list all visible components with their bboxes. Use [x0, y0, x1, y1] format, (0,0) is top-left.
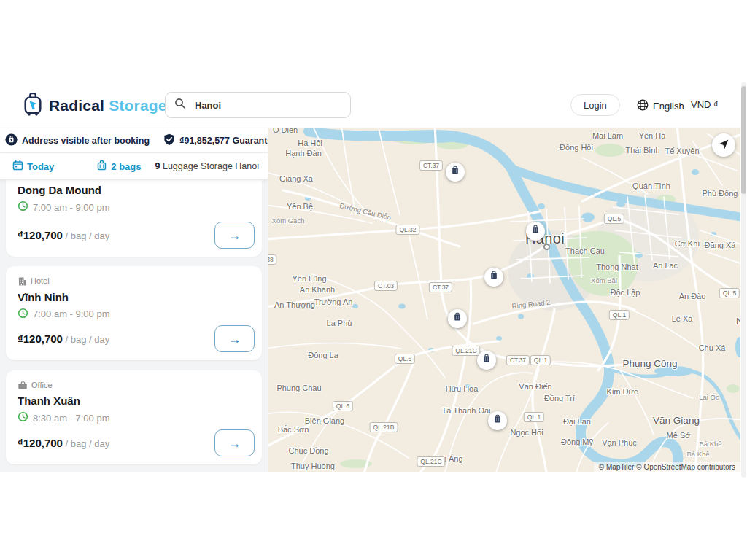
road-badge: QL.21C — [452, 346, 480, 356]
storage-card[interactable]: Office Thanh Xuân 8:30 am - 7:00 pm ₫120… — [6, 370, 262, 464]
map-place-label: Thái Bình — [625, 146, 659, 155]
bag-icon — [96, 160, 107, 173]
map-place-label: Mai Lâm — [592, 131, 623, 140]
road-badge: CT.37 — [506, 355, 530, 365]
locate-me-button[interactable] — [712, 133, 735, 157]
storage-hours: 8:30 am - 7:00 pm — [18, 411, 250, 424]
road-badge: QL.32 — [395, 225, 419, 235]
calendar-icon — [12, 160, 23, 173]
storage-title: Thanh Xuân — [18, 394, 250, 407]
storage-marker[interactable] — [477, 351, 496, 370]
luggage-icon — [489, 271, 499, 284]
date-filter[interactable]: Today — [12, 160, 54, 173]
address-visibility-note: Address visible after booking — [5, 133, 150, 148]
map-place-label: Đặng Xá — [705, 241, 736, 249]
storage-price: ₫120,700 / bag / day — [18, 229, 109, 241]
navigation-arrow-icon — [718, 139, 729, 152]
scrollbar-thumb[interactable] — [741, 86, 746, 194]
storage-marker[interactable] — [448, 309, 467, 328]
storage-marker[interactable] — [484, 268, 503, 287]
bags-filter-label: 2 bags — [111, 161, 141, 172]
map-place-label: Bắc Sơn — [278, 425, 309, 434]
clock-icon — [18, 411, 28, 424]
building-icon — [18, 276, 26, 286]
globe-icon — [637, 99, 649, 113]
storage-details-button[interactable]: → — [214, 222, 255, 249]
map-place-label: Thuy Huong — [291, 462, 335, 470]
map-place-label: Hạnh Đàn — [285, 149, 322, 158]
map-place-label: Yên Lũng — [292, 274, 326, 283]
map-place-label: Đồng Trí — [544, 394, 575, 402]
language-label: English — [653, 101, 684, 112]
road-badge: QL.21C — [417, 456, 445, 467]
storage-title: Vĩnh Ninh — [18, 291, 250, 303]
map-place-label: An Thượng — [274, 300, 315, 309]
map-place-label: Tế Xuyên — [665, 147, 699, 155]
map-place-label: Đông La — [308, 351, 338, 359]
language-selector[interactable]: English — [637, 99, 684, 113]
map-place-label: Lê Xá — [672, 314, 693, 323]
guarantee-note: ₫91,852,577 Guarantee — [163, 133, 277, 148]
luggage-icon — [481, 354, 492, 367]
map-place-label: Độc Lập — [611, 288, 640, 297]
arrow-right-icon: → — [228, 229, 241, 242]
map-place-label: Trường An — [314, 298, 353, 306]
map-place-label: An Lac — [653, 261, 678, 270]
currency-selector[interactable]: VND ₫ — [691, 99, 719, 110]
suitcase-logo-icon — [22, 91, 44, 120]
hours-text: 7:00 am - 9:00 pm — [33, 202, 110, 213]
storage-hours: 7:00 am - 9:00 pm — [18, 201, 250, 214]
storage-card[interactable]: Dong Da Mound 7:00 am - 9:00 pm ₫120,700… — [6, 180, 262, 257]
storage-details-button[interactable]: → — [214, 429, 255, 456]
storage-details-button[interactable]: → — [214, 325, 255, 352]
card-footer: ₫120,700 / bag / day → — [18, 429, 255, 456]
storage-category: Hotel — [18, 276, 250, 286]
map-place-label: Kim Đức — [607, 387, 638, 396]
storage-card[interactable]: Hotel Vĩnh Ninh 7:00 am - 9:00 pm ₫120,7… — [6, 266, 262, 360]
map-place-label: Yên Bệ — [287, 202, 313, 211]
map-place-label: Đại Lan — [563, 417, 591, 426]
map-place-label: Ngọc Hồi — [510, 428, 543, 437]
hours-text: 8:30 am - 7:00 pm — [33, 413, 110, 424]
luggage-icon — [450, 166, 460, 179]
storage-marker[interactable] — [446, 163, 465, 182]
map-place-label: Quán Tình — [632, 182, 670, 190]
shield-check-icon — [163, 133, 175, 148]
map-place-label: Thong Nhat — [596, 262, 638, 271]
brand-logo[interactable]: Radical Storage — [22, 91, 167, 120]
card-footer: ₫120,700 / bag / day → — [18, 325, 255, 352]
road-badge: QL.5 — [604, 214, 624, 224]
map-place-label: Phù Đổng — [703, 189, 738, 198]
brand-name: Radical Storage — [49, 97, 167, 114]
date-filter-label: Today — [27, 161, 54, 172]
map-place-label: Chu Xá — [699, 343, 726, 352]
map-place-label: Xóm Gạch — [272, 217, 305, 225]
road-badge: QL.1 — [524, 412, 544, 422]
bags-filter[interactable]: 2 bags — [96, 160, 141, 173]
login-button[interactable]: Login — [570, 94, 620, 116]
storage-marker[interactable] — [526, 222, 545, 241]
map-place-label: Tả Thanh Oai — [441, 406, 490, 415]
search-input[interactable] — [195, 100, 326, 111]
info-bar: Address visible after booking ₫91,852,57… — [0, 128, 268, 153]
road-badge: QL.1 — [530, 355, 551, 365]
category-label: Hotel — [31, 276, 50, 285]
storage-marker[interactable] — [488, 411, 507, 430]
map[interactable]: Ô DiềnHạ HộiHạnh ĐànGiang XáYên BệXóm Gạ… — [268, 128, 740, 472]
map-place-label: Thach Cau — [565, 246, 605, 255]
map-place-label: Lại Ốc — [699, 393, 719, 401]
filter-bar: Today 2 bags 9 Luggage Storage Hanoi — [0, 153, 268, 180]
map-place-label: Ô Diền — [273, 128, 298, 134]
arrow-right-icon: → — [228, 332, 241, 346]
map-attribution[interactable]: © MapTiler © OpenStreetMap contributors — [594, 462, 740, 472]
luggage-icon — [530, 225, 541, 238]
search-box[interactable] — [165, 92, 351, 118]
map-place-label: Chúc Đồng — [288, 446, 328, 455]
road-badge: QL.6 — [333, 401, 353, 411]
storage-price: ₫120,700 / bag / day — [18, 437, 109, 449]
map-place-label: Bá Khê — [686, 450, 709, 458]
map-place-label: La Phù — [327, 319, 352, 327]
suitcase-badge-icon — [5, 133, 18, 148]
page: Radical Storage Login English VND ₫ Addr… — [0, 0, 747, 560]
storage-title: Dong Da Mound — [18, 184, 250, 196]
